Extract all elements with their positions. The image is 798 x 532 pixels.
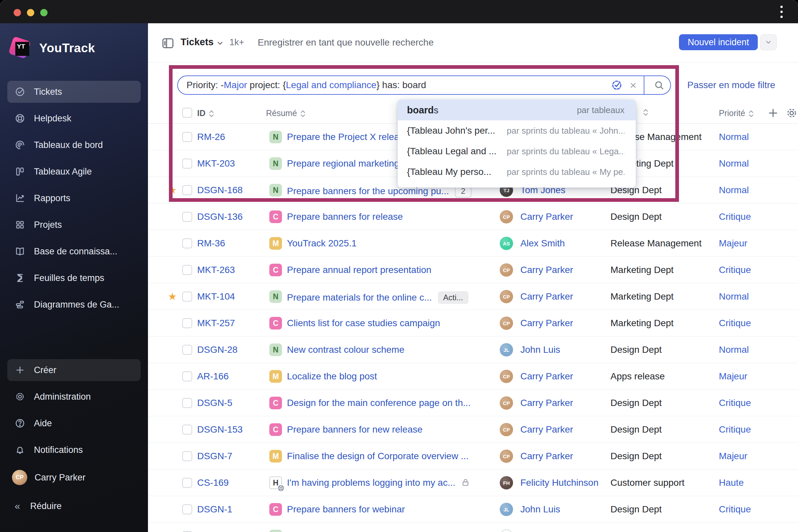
ticket-summary-link[interactable]: Prepare annual report presentation [287, 265, 431, 275]
ticket-id-link[interactable]: AR-166 [197, 371, 229, 382]
priority-link[interactable]: Normal [719, 185, 749, 195]
table-row-DSGN-7[interactable]: DSGN-7M Finalise the design of Corporate… [148, 443, 798, 470]
column-header-priority[interactable]: Priorité [719, 108, 754, 118]
priority-link[interactable]: Haute [719, 477, 744, 488]
ticket-id-link[interactable]: RM-36 [197, 238, 225, 249]
ticket-summary-link[interactable]: New contrast colour scheme [287, 344, 404, 355]
table-row-MKT-104[interactable]: ★MKT-104N Prepare materials for the onli… [148, 283, 798, 310]
assignee-link[interactable]: CP Carry Parker [500, 370, 573, 383]
ticket-summary-link[interactable]: Finalise the design of Corporate overvie… [287, 451, 469, 461]
new-incident-dropdown-button[interactable] [760, 34, 777, 50]
table-row-MKT-1[interactable]: MKT-1N Prepare "Back to..." Marketing De… [148, 523, 798, 532]
row-checkbox[interactable] [182, 398, 192, 408]
ticket-id-link[interactable]: DSGN-7 [197, 451, 232, 461]
clear-search-icon[interactable]: × [630, 79, 636, 91]
sidebar-item-diagrammes-de-ga[interactable]: Diagrammes de Ga... [7, 293, 141, 316]
ticket-summary-link[interactable]: Prepare the Project X release [287, 132, 409, 142]
search-icon[interactable] [654, 80, 664, 91]
ticket-id-link[interactable]: DSGN-28 [197, 344, 238, 355]
row-checkbox[interactable] [182, 345, 192, 355]
suggestion-item-2[interactable]: {Tableau Legal and ... par sprints du ta… [398, 141, 636, 162]
add-column-icon[interactable] [767, 107, 779, 119]
ticket-summary-link[interactable]: Prepare materials for the online c... [287, 292, 432, 303]
row-checkbox[interactable] [182, 265, 192, 275]
ticket-id-link[interactable]: RM-26 [197, 132, 225, 142]
sidebar-item-tickets[interactable]: Tickets [7, 81, 141, 103]
ticket-id-link[interactable]: MKT-203 [197, 158, 235, 169]
table-row-CS-169[interactable]: CS-169H I'm having problems logging into… [148, 470, 798, 496]
column-header-hidden-sort[interactable] [643, 108, 648, 116]
sidebar-item-tableaux-de-bord[interactable]: Tableaux de bord [7, 134, 141, 156]
create-button[interactable]: Créer [7, 359, 141, 381]
smart-search-check-icon[interactable] [611, 79, 623, 91]
priority-link[interactable]: Critique [719, 398, 751, 408]
assignee-link[interactable]: CP Carry Parker [500, 263, 573, 277]
new-incident-button[interactable]: Nouvel incident [679, 34, 758, 50]
table-row-DSGN-5[interactable]: DSGN-5C Design for the main conference p… [148, 390, 798, 416]
table-settings-gear-icon[interactable] [786, 107, 798, 119]
zoom-window-button[interactable] [40, 9, 48, 16]
priority-link[interactable]: Normal [719, 344, 749, 355]
row-checkbox[interactable] [182, 478, 192, 488]
ticket-id-link[interactable]: DSGN-136 [197, 211, 243, 222]
priority-link[interactable]: Normal [719, 158, 749, 169]
priority-link[interactable]: Normal [719, 132, 749, 142]
row-checkbox[interactable] [182, 372, 192, 381]
priority-link[interactable]: Normal [719, 531, 749, 532]
row-checkbox[interactable] [182, 239, 192, 248]
assignee-link[interactable] [500, 529, 520, 532]
table-row-AR-166[interactable]: AR-166M Localize the blog post CP Carry … [148, 363, 798, 390]
suggestion-item-3[interactable]: {Tableau My perso... par sprints du tabl… [398, 162, 636, 182]
suggestion-item-1[interactable]: {Tableau John's per... par sprints du ta… [398, 120, 636, 141]
ticket-id-link[interactable]: DSGN-5 [197, 398, 232, 408]
row-checkbox[interactable] [182, 505, 192, 514]
assignee-link[interactable]: CP Carry Parker [500, 423, 573, 436]
sidebar-item-feuilles-de-temps[interactable]: Feuilles de temps [7, 267, 141, 289]
sidebar-item-base-de-connaissa[interactable]: Base de connaissa... [7, 241, 141, 262]
ticket-id-link[interactable]: DSGN-1 [197, 504, 232, 515]
row-checkbox[interactable] [182, 185, 192, 195]
sidebar-item-administration[interactable]: Administration [7, 386, 141, 407]
row-checkbox[interactable] [182, 132, 192, 142]
ticket-summary-link[interactable]: Design for the main conference page on t… [287, 398, 471, 408]
sidebar-user[interactable]: CP Carry Parker [7, 466, 141, 490]
sidebar-toggle-icon[interactable] [161, 37, 174, 49]
priority-link[interactable]: Majeur [719, 451, 747, 461]
assignee-link[interactable]: JL John Luis [500, 343, 560, 357]
ticket-summary-link[interactable]: I'm having problems logging into my ac..… [287, 477, 455, 488]
chevron-down-icon[interactable] [216, 39, 224, 47]
row-checkbox[interactable] [182, 291, 192, 302]
table-row-DSGN-153[interactable]: DSGN-153C Prepare banners for new releas… [148, 416, 798, 443]
star-icon[interactable]: ★ [168, 291, 177, 302]
ticket-id-link[interactable]: DSGN-168 [197, 185, 243, 195]
assignee-link[interactable]: CP Carry Parker [500, 450, 573, 463]
close-window-button[interactable] [14, 9, 21, 16]
table-row-RM-36[interactable]: RM-36M YouTrack 2025.1 AS Alex Smith Rel… [148, 230, 798, 257]
ticket-id-link[interactable]: CS-169 [197, 477, 229, 488]
table-row-DSGN-28[interactable]: DSGN-28N New contrast colour scheme JL J… [148, 337, 798, 363]
assignee-link[interactable]: JL John Luis [500, 503, 560, 516]
ticket-id-link[interactable]: MKT-1 [197, 531, 225, 532]
star-icon[interactable]: ★ [168, 184, 177, 196]
ticket-id-link[interactable]: MKT-257 [197, 318, 235, 328]
search-input[interactable]: Priority: -Major project: {Legal and com… [177, 75, 671, 95]
priority-link[interactable]: Majeur [719, 238, 747, 249]
save-search-link[interactable]: Enregistrer en tant que nouvelle recherc… [258, 37, 434, 48]
row-checkbox[interactable] [182, 158, 192, 169]
sidebar-item-aide[interactable]: Aide [7, 412, 141, 434]
sidebar-item-notifications[interactable]: Notifications [7, 439, 141, 461]
ticket-summary-link[interactable]: Prepare banners for release [287, 211, 403, 222]
kebab-menu-icon[interactable] [780, 6, 783, 18]
column-header-summary[interactable]: Résumé [266, 108, 306, 118]
select-all-checkbox[interactable] [182, 108, 192, 118]
sidebar-item-helpdesk[interactable]: Helpdesk [7, 108, 141, 129]
context-selector[interactable]: Tickets [180, 37, 213, 48]
assignee-link[interactable]: CP Carry Parker [500, 210, 573, 224]
priority-link[interactable]: Critique [719, 265, 751, 275]
ticket-id-link[interactable]: MKT-104 [197, 291, 235, 302]
sidebar-item-tableaux-agile[interactable]: Tableaux Agile [7, 160, 141, 183]
ticket-summary-link[interactable]: Prepare "Back to..." [287, 531, 368, 532]
table-row-DSGN-136[interactable]: DSGN-136C Prepare banners for release CP… [148, 204, 798, 230]
priority-link[interactable]: Critique [719, 504, 751, 515]
row-checkbox[interactable] [182, 424, 192, 435]
